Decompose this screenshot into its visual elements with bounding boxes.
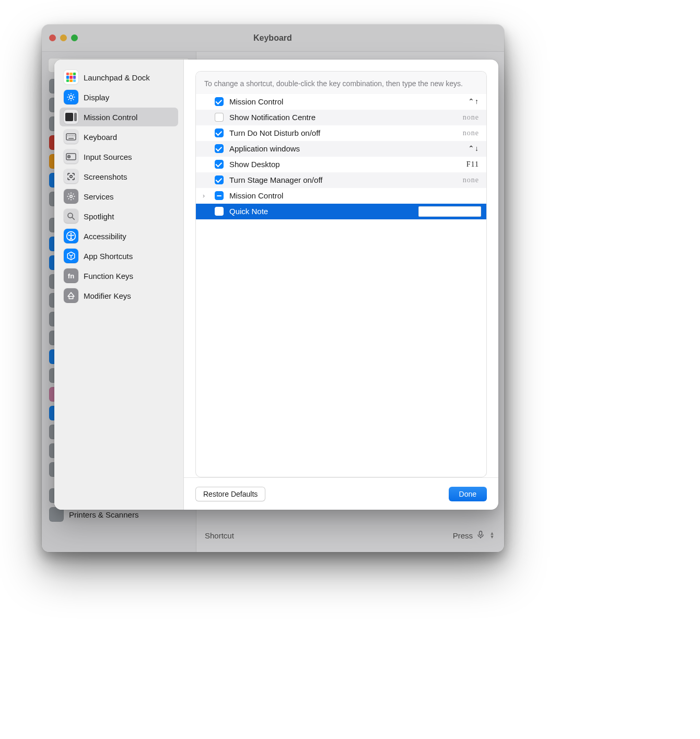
- shortcut-name: Turn Stage Manager on/off: [226, 175, 445, 184]
- svg-point-8: [72, 135, 73, 136]
- shortcut-hint-text: To change a shortcut, double-click the k…: [196, 72, 486, 94]
- svg-rect-0: [480, 531, 482, 535]
- category-app-shortcuts[interactable]: App Shortcuts: [60, 247, 178, 265]
- svg-point-12: [70, 175, 73, 178]
- shortcut-key-combo[interactable]: ⌃↑: [445, 97, 486, 106]
- window-controls[interactable]: [49, 34, 78, 41]
- close-window-icon[interactable]: [49, 34, 56, 41]
- launchpad-icon: [64, 70, 78, 85]
- category-label: Screenshots: [84, 172, 127, 181]
- shortcut-row[interactable]: Show Notification Centrenone: [196, 110, 486, 125]
- shortcut-enable-checkbox[interactable]: [212, 97, 226, 106]
- shortcut-key-combo[interactable]: none: [445, 176, 486, 184]
- svg-point-17: [70, 233, 72, 234]
- shortcut-key-combo[interactable]: F11: [445, 160, 486, 169]
- shortcut-row[interactable]: Turn Do Not Disturb on/offnone: [196, 125, 486, 141]
- restore-defaults-button[interactable]: Restore Defaults: [195, 487, 265, 501]
- category-label: Launchpad & Dock: [84, 73, 150, 82]
- category-function-keys[interactable]: fn Function Keys: [60, 266, 178, 285]
- svg-point-5: [67, 135, 68, 136]
- category-screenshots[interactable]: Screenshots: [60, 167, 178, 186]
- shortcut-name: Turn Do Not Disturb on/off: [226, 128, 445, 137]
- shortcut-enable-checkbox[interactable]: [212, 128, 226, 137]
- category-accessibility[interactable]: Accessibility: [60, 227, 178, 245]
- shortcut-edit-field[interactable]: [418, 206, 481, 217]
- svg-point-7: [71, 135, 72, 136]
- shortcut-name: Quick Note: [226, 207, 418, 216]
- screenshots-icon: [64, 169, 78, 184]
- keyboard-icon: [64, 130, 78, 144]
- category-launchpad[interactable]: Launchpad & Dock: [60, 68, 178, 87]
- accessibility-icon: [64, 229, 78, 243]
- shortcut-rows: Mission Control⌃↑Show Notification Centr…: [196, 94, 486, 477]
- zoom-window-icon[interactable]: [71, 34, 78, 41]
- minimize-window-icon[interactable]: [60, 34, 67, 41]
- category-spotlight[interactable]: Spotlight: [60, 207, 178, 226]
- category-label: Mission Control: [84, 113, 137, 122]
- microphone-icon: [477, 531, 484, 541]
- popup-carets-icon: ▲▼: [488, 532, 496, 539]
- shortcut-category-sidebar: Launchpad & Dock Display Mission Control…: [54, 60, 184, 510]
- svg-line-15: [72, 217, 75, 220]
- svg-point-13: [70, 195, 73, 198]
- category-input-sources[interactable]: Input Sources: [60, 147, 178, 166]
- shortcut-enable-checkbox[interactable]: [212, 175, 226, 184]
- shortcut-popup-row[interactable]: Shortcut Press ▲▼: [196, 519, 504, 552]
- category-label: App Shortcuts: [84, 252, 133, 261]
- shortcut-name: Mission Control: [226, 97, 445, 106]
- shortcut-row[interactable]: ›Mission Control: [196, 188, 486, 204]
- shortcut-enable-checkbox[interactable]: [212, 207, 226, 216]
- display-icon: [64, 90, 78, 104]
- category-label: Accessibility: [84, 232, 126, 241]
- sidebar-item-label: Printers & Scanners: [69, 510, 138, 519]
- shortcut-row[interactable]: Mission Control⌃↑: [196, 94, 486, 110]
- shortcut-key-combo[interactable]: none: [445, 113, 486, 122]
- done-button[interactable]: Done: [449, 487, 487, 501]
- shortcut-name: Show Notification Centre: [226, 113, 445, 122]
- input-sources-icon: [64, 149, 78, 164]
- shortcut-enable-checkbox[interactable]: [212, 191, 226, 200]
- spotlight-icon: [64, 209, 78, 224]
- shortcut-enable-checkbox[interactable]: [212, 144, 226, 153]
- category-modifier-keys[interactable]: Modifier Keys: [60, 286, 178, 305]
- category-label: Modifier Keys: [84, 291, 131, 300]
- window-title: Keyboard: [253, 33, 292, 43]
- shortcut-row-value: Press: [453, 531, 473, 540]
- svg-point-6: [69, 135, 70, 136]
- category-display[interactable]: Display: [60, 88, 178, 107]
- shortcut-enable-checkbox[interactable]: [212, 160, 226, 169]
- sheet-footer: Restore Defaults Done: [184, 477, 498, 510]
- function-keys-icon: fn: [64, 268, 78, 283]
- svg-point-14: [68, 213, 73, 218]
- button-label: Restore Defaults: [203, 490, 258, 498]
- disclosure-icon[interactable]: ›: [196, 192, 212, 200]
- shortcut-row[interactable]: Turn Stage Manager on/offnone: [196, 172, 486, 188]
- shortcut-name: Application windows: [226, 144, 445, 153]
- services-icon: [64, 189, 78, 204]
- shortcut-row[interactable]: Quick Note: [196, 204, 486, 219]
- category-keyboard[interactable]: Keyboard: [60, 127, 178, 146]
- shortcut-name: Show Desktop: [226, 160, 445, 169]
- mission-control-icon: [64, 110, 78, 124]
- category-services[interactable]: Services: [60, 187, 178, 206]
- category-label: Spotlight: [84, 212, 114, 221]
- shortcut-enable-checkbox[interactable]: [212, 113, 226, 122]
- category-label: Services: [84, 192, 114, 201]
- category-label: Keyboard: [84, 133, 117, 142]
- svg-rect-3: [66, 134, 76, 140]
- shortcut-key-combo[interactable]: ⌃↓: [445, 144, 486, 153]
- svg-point-2: [69, 96, 73, 99]
- app-shortcuts-icon: [64, 249, 78, 263]
- shortcut-key-combo[interactable]: none: [445, 129, 486, 137]
- category-label: Function Keys: [84, 272, 133, 280]
- svg-point-9: [74, 135, 75, 136]
- modifier-keys-icon: [64, 288, 78, 303]
- shortcut-row[interactable]: Application windows⌃↓: [196, 141, 486, 157]
- category-mission-control[interactable]: Mission Control: [60, 108, 178, 126]
- category-label: Display: [84, 93, 109, 102]
- button-label: Done: [459, 490, 476, 498]
- keyboard-shortcuts-sheet: Launchpad & Dock Display Mission Control…: [54, 60, 498, 510]
- shortcut-row[interactable]: Show DesktopF11: [196, 157, 486, 172]
- shortcut-name: Mission Control: [226, 191, 445, 200]
- shortcut-list-panel: To change a shortcut, double-click the k…: [195, 71, 487, 477]
